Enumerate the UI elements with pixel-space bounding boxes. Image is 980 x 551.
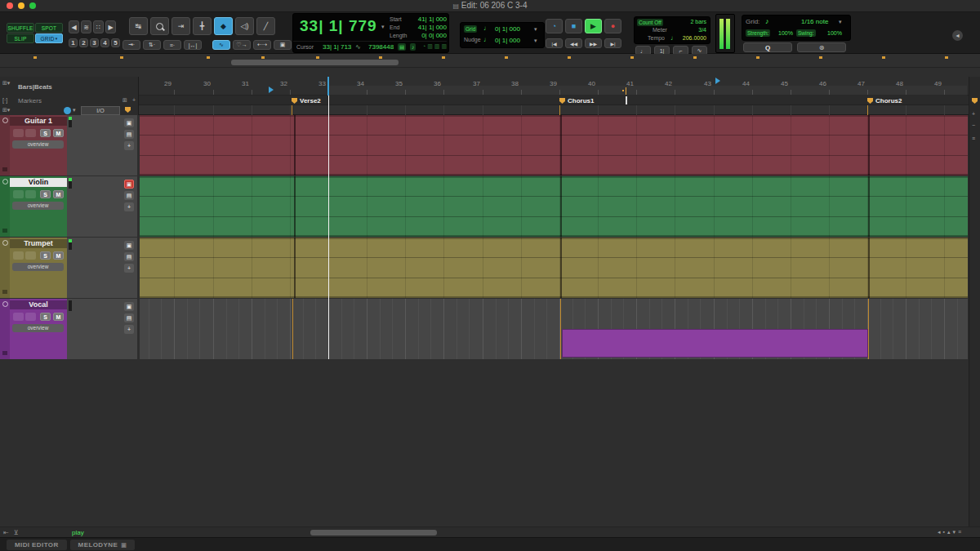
clip-boundary[interactable] (560, 238, 562, 298)
add-lane-icon[interactable]: + (124, 264, 134, 273)
count-off-label[interactable]: Count Off (637, 19, 663, 26)
selection-value[interactable]: 41| 1| 000 (418, 16, 447, 23)
online-button[interactable]: ◔ (546, 19, 563, 33)
input-monitor-button[interactable] (25, 251, 36, 260)
clip-boundary[interactable] (294, 238, 296, 298)
automation-lane-icon[interactable]: ▣ (124, 302, 134, 311)
automation-lane-icon[interactable]: ▣ (124, 118, 134, 127)
zoom-preset-2[interactable]: 2 (79, 38, 88, 47)
input-monitor-button[interactable] (25, 313, 36, 321)
scrollbar-zoom-out-icon[interactable]: − (972, 122, 975, 128)
layered-editing-button[interactable]: ≡· (163, 40, 181, 50)
quantize-settings-button[interactable]: ⊛ (797, 42, 846, 52)
zoom-preset-3[interactable]: 3 (90, 38, 99, 47)
markers-label[interactable]: Markers (18, 97, 42, 104)
horizontal-scrollbar[interactable] (310, 530, 437, 535)
track-open-icon[interactable] (2, 240, 8, 246)
record-enable-button[interactable] (13, 190, 24, 198)
track-view-selector[interactable]: overview (12, 263, 64, 271)
midi-clip[interactable] (562, 329, 868, 358)
bottom-zoom-list-button[interactable]: ≡ (958, 529, 961, 535)
track-lane[interactable] (140, 299, 968, 359)
solo-button[interactable]: S (40, 190, 51, 198)
keyboard-focus-icon[interactable]: ▤ (398, 43, 406, 51)
toolbar-collapse-button[interactable]: ◂ (952, 30, 963, 41)
marker-chorus1[interactable]: Chorus1 (559, 97, 594, 104)
go-to-end-button[interactable]: ▶| (604, 38, 621, 48)
bottom-zoom-left-button[interactable]: ◂ (938, 529, 941, 535)
universe-scroll-handle[interactable] (231, 60, 399, 65)
fast-forward-button[interactable]: ▶▶ (585, 38, 602, 48)
add-lane-icon[interactable]: + (124, 202, 134, 211)
bottom-zoom-dot-button[interactable]: ▪ (943, 529, 945, 535)
add-lane-icon[interactable]: + (124, 141, 134, 150)
grid-label[interactable]: Grid (464, 25, 477, 33)
add-lane-icon[interactable]: + (124, 325, 134, 334)
track-view-selector[interactable]: overview (12, 202, 64, 210)
scroll-marker-icon[interactable] (715, 78, 720, 84)
record-enable-button[interactable] (13, 313, 24, 321)
zoom-toggle-tool[interactable]: ↹ (129, 17, 148, 35)
track-freeze-icon[interactable] (2, 229, 7, 233)
scroll-home-icon[interactable]: ⇤ (3, 529, 9, 536)
tempo-label[interactable]: Tempo (648, 35, 665, 41)
zoomer-tool[interactable] (150, 17, 169, 35)
smart-tool[interactable]: ◆ (214, 17, 233, 35)
track-name[interactable]: Violin (10, 178, 67, 187)
selection-value[interactable]: 0| 0| 000 (421, 32, 447, 39)
zoom-preset-5[interactable]: 5 (111, 38, 120, 47)
play-button[interactable]: ▶ (585, 19, 602, 33)
zoom-preset-4[interactable]: 4 (100, 38, 109, 47)
bottom-zoom-down-button[interactable]: ▾ (953, 529, 956, 535)
swing-value[interactable]: 100% (827, 30, 842, 36)
clip-boundary[interactable] (560, 176, 562, 237)
edit-mode-shuffle[interactable]: SHUFFLE (7, 23, 34, 33)
clip-boundary[interactable] (868, 176, 870, 237)
playhead-line[interactable] (328, 96, 329, 359)
mute-button[interactable]: M (53, 129, 64, 137)
clip-boundary[interactable] (294, 115, 296, 176)
tempo-value[interactable]: 206.0000 (683, 35, 706, 41)
clip-boundary[interactable] (294, 176, 296, 237)
swing-label[interactable]: Swing: (796, 29, 816, 37)
playlist-icon[interactable]: ▤ (124, 313, 134, 322)
midi-note-icon[interactable]: ♪ (410, 43, 416, 51)
link-timeline-edit-button[interactable]: ∿ (212, 40, 230, 50)
marker-chorus2[interactable]: Chorus2 (867, 97, 902, 104)
mute-button[interactable]: M (53, 251, 64, 260)
solo-button[interactable]: S (40, 129, 51, 137)
scrollbar-handle-icon[interactable]: ≡ (972, 136, 975, 141)
playlist-icon[interactable]: ▤ (124, 191, 134, 200)
grid-anchor-icon[interactable]: ⊻ (14, 529, 19, 536)
playlist-icon[interactable]: ▤ (124, 130, 134, 139)
track-open-icon[interactable] (2, 118, 8, 123)
track-color-strip[interactable] (0, 176, 10, 237)
main-counter-dropdown-icon[interactable]: ▾ (381, 24, 385, 30)
horizontal-zoom-in-arrow[interactable]: ▶ (105, 20, 116, 33)
midi-zoom-icon[interactable]: ∷ (93, 20, 104, 33)
add-marker-icon[interactable]: + (132, 97, 136, 103)
track-freeze-icon[interactable] (2, 167, 7, 171)
track-color-strip[interactable] (0, 238, 10, 298)
strength-value[interactable]: 100% (778, 30, 793, 36)
zoom-preset-1[interactable]: 1 (69, 38, 78, 47)
timebase-dropdown-icon[interactable]: ▾ (73, 107, 76, 113)
timebase-clock-icon[interactable] (64, 107, 71, 114)
grid-dropdown-icon[interactable]: ▾ (534, 26, 537, 33)
link-track-edit-button[interactable]: ♡→ (233, 40, 251, 50)
input-monitor-button[interactable] (25, 190, 36, 198)
playhead-ruler-tick[interactable] (327, 77, 329, 96)
record-enable-button[interactable] (13, 251, 24, 260)
dual-window-button[interactable]: ▣ (274, 40, 292, 50)
input-monitor-button[interactable] (25, 129, 36, 137)
track-view-selector[interactable]: overview (12, 324, 64, 332)
stop-button[interactable]: ■ (565, 19, 582, 33)
track-freeze-icon[interactable] (2, 351, 7, 355)
tab-to-transient-button[interactable]: ⇥· (122, 40, 140, 50)
marker-verse2[interactable]: Verse2 (292, 97, 321, 104)
track-lane[interactable] (140, 238, 968, 298)
main-counter[interactable]: 33| 1| 779 (300, 17, 377, 35)
track-name[interactable]: Guitar 1 (10, 117, 67, 126)
scrollbar-zoom-in-icon[interactable]: + (972, 111, 975, 117)
clip-boundary[interactable] (560, 115, 562, 176)
